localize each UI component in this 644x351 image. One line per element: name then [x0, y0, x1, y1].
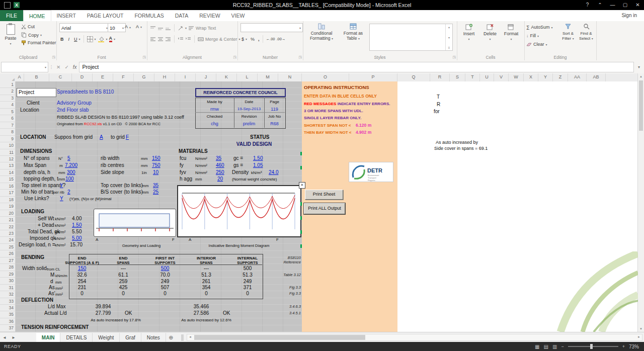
underline-button[interactable]: U	[74, 37, 77, 42]
sheet-tab-notes[interactable]: Notes	[141, 333, 166, 342]
row-header-36[interactable]: 36	[0, 318, 15, 325]
row-header-2[interactable]: 2	[0, 88, 15, 95]
bending-value-r0c0[interactable]: 150	[62, 266, 102, 272]
row-header-1[interactable]: 1	[0, 81, 15, 88]
fill-color-icon[interactable]	[98, 36, 105, 42]
row-header-13[interactable]: 13	[0, 162, 15, 169]
sheet-tab-details[interactable]: DETAILS	[60, 333, 93, 342]
sheet-tab-main[interactable]: MAIN	[36, 333, 61, 342]
cut-button[interactable]: Cut	[21, 24, 35, 29]
row-header-8[interactable]: 8	[0, 129, 15, 135]
mat-hagg-value[interactable]: 20	[217, 176, 223, 182]
tab-page-layout[interactable]: PAGE LAYOUT	[82, 10, 129, 21]
clipboard-dialog-launcher-icon[interactable]: ◳	[52, 55, 55, 59]
column-header-T[interactable]: T	[465, 73, 480, 81]
number-dialog-launcher-icon[interactable]: ◳	[298, 55, 302, 59]
column-header-M[interactable]: M	[258, 73, 278, 81]
row-header-22[interactable]: 22	[0, 224, 15, 230]
row-header-14[interactable]: 14	[0, 169, 15, 176]
dim-topcover-value[interactable]: 35	[153, 183, 158, 189]
row-header-15[interactable]: 15	[0, 176, 15, 183]
tab-view[interactable]: VIEW	[226, 10, 251, 21]
cell-madeby-value[interactable]: rmw	[195, 106, 234, 112]
column-header-AA[interactable]: AA	[568, 73, 587, 81]
geometry-chart[interactable]	[94, 209, 176, 237]
copy-button[interactable]: Copy▾	[21, 32, 42, 38]
sheet-tab-weight[interactable]: Weight	[93, 333, 120, 342]
increase-decimal-icon[interactable]: ←.00	[266, 37, 275, 41]
row-header-29[interactable]: 29	[0, 271, 15, 278]
horizontal-scrollbar[interactable]: ◄ ►	[187, 334, 642, 341]
zoom-level[interactable]: 73%	[629, 344, 639, 349]
sign-in-link[interactable]: Sign in	[614, 10, 644, 21]
print-all-output-button[interactable]: Print ALL Output	[304, 203, 345, 214]
dim-spans-value[interactable]: 5	[67, 155, 70, 161]
row-header-17[interactable]: 17	[0, 190, 15, 196]
zoom-in-button[interactable]: +	[622, 344, 625, 349]
row-header-18[interactable]: 18	[0, 197, 15, 203]
scroll-left-icon[interactable]: ◄	[187, 334, 193, 340]
bold-button[interactable]: B	[60, 37, 64, 42]
cell-location-value[interactable]: 2nd Floor slab	[57, 107, 89, 113]
decrease-indent-icon[interactable]	[178, 37, 184, 42]
moment-chart[interactable]	[177, 185, 301, 237]
column-header-V[interactable]: V	[494, 73, 509, 81]
insert-function-icon[interactable]: fx	[71, 64, 79, 70]
column-header-J[interactable]: J	[196, 73, 216, 81]
cell-client-value[interactable]: Advisory Group	[57, 100, 92, 106]
load-dead-value[interactable]: 1.50	[72, 222, 82, 228]
column-header-K[interactable]: K	[216, 73, 237, 81]
ribbon-display-options-icon[interactable]: ⌃	[594, 0, 606, 10]
column-header-U[interactable]: U	[480, 73, 494, 81]
tab-insert[interactable]: INSERT	[51, 10, 82, 21]
column-header-B[interactable]: B	[24, 73, 49, 81]
column-header-L[interactable]: L	[237, 73, 258, 81]
row-header-4[interactable]: 4	[0, 102, 15, 108]
load-imposed-value[interactable]: 5.00	[72, 235, 82, 241]
column-header-G[interactable]: G	[134, 73, 154, 81]
row-header-12[interactable]: 12	[0, 156, 15, 162]
row-header-5[interactable]: 5	[0, 109, 15, 115]
tab-formulas[interactable]: FORMULAS	[129, 10, 169, 21]
dim-bscover-value[interactable]: 25	[153, 189, 158, 195]
confirm-entry-icon[interactable]: ✓	[62, 64, 70, 70]
column-header-D[interactable]: D	[72, 73, 93, 81]
expand-formula-bar-icon[interactable]: ▾	[634, 65, 644, 69]
sheet-tab-graf[interactable]: Graf	[120, 333, 141, 342]
dim-ribcentres-value[interactable]: 750	[152, 162, 160, 168]
row-header-25[interactable]: 25	[0, 244, 15, 250]
minimize-button[interactable]: —	[606, 0, 619, 10]
row-header-11[interactable]: 11	[0, 149, 15, 156]
column-header-O[interactable]: O	[302, 73, 349, 81]
mat-fyv-value[interactable]: 250	[216, 169, 224, 176]
align-middle-icon[interactable]	[157, 26, 164, 31]
row-header-26[interactable]: 26	[0, 250, 15, 257]
decrease-decimal-icon[interactable]: .00→	[277, 37, 286, 41]
cell-grid-to[interactable]: F	[126, 134, 129, 140]
cell-jobno-value[interactable]: R68	[264, 121, 285, 127]
row-header-34[interactable]: 34	[0, 305, 15, 311]
name-box[interactable]: ▾	[1, 62, 48, 72]
scroll-down-icon[interactable]: ▼	[638, 326, 644, 332]
row-header-19[interactable]: 19	[0, 203, 15, 210]
dim-depth-value[interactable]: 300	[67, 169, 75, 176]
column-header-I[interactable]: I	[175, 73, 196, 81]
row-header-33[interactable]: 33	[0, 298, 15, 305]
chart-close-handle[interactable]: ✕	[299, 182, 305, 189]
italic-button[interactable]: I	[68, 37, 70, 42]
increase-indent-icon[interactable]	[185, 37, 191, 42]
cell-grid-from[interactable]: A	[100, 134, 103, 140]
cell-date-value[interactable]: 19-Sep-2013	[234, 106, 264, 112]
find-select-button[interactable]: Find & Select ▾	[578, 23, 595, 41]
close-button[interactable]: ✕	[631, 0, 644, 10]
scroll-up-icon[interactable]: ▲	[638, 73, 644, 79]
row-header-21[interactable]: 21	[0, 217, 15, 223]
conditional-formatting-button[interactable]: Conditional Formatting ▾	[306, 23, 337, 41]
new-sheet-button[interactable]: ⊕	[166, 333, 176, 342]
orientation-icon[interactable]	[178, 25, 184, 31]
tab-scroll-right-icon[interactable]: ►	[9, 333, 18, 342]
column-header-A[interactable]: A	[15, 73, 24, 81]
dim-ribwidth-value[interactable]: 150	[152, 155, 160, 161]
delete-cells-button[interactable]: Delete▾	[480, 24, 500, 41]
row-header-7[interactable]: 7	[0, 122, 15, 129]
